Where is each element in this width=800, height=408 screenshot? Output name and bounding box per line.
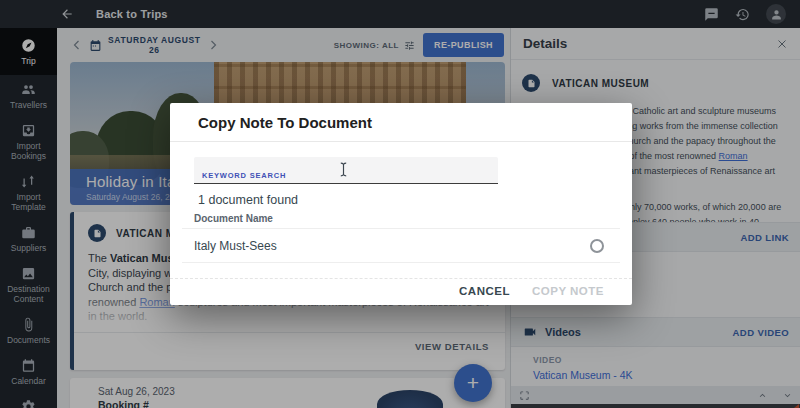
document-name: Italy Must-Sees bbox=[194, 239, 277, 253]
copy-note-modal: Copy Note To Document KEYWORD SEARCH 1 d… bbox=[170, 103, 632, 305]
row-divider bbox=[182, 262, 620, 263]
keyword-search-field[interactable]: KEYWORD SEARCH bbox=[194, 157, 498, 184]
radio-unchecked[interactable] bbox=[590, 239, 604, 253]
cancel-button[interactable]: CANCEL bbox=[459, 285, 510, 297]
modal-footer: CANCEL COPY NOTE bbox=[459, 285, 604, 297]
document-name-column-header: Document Name bbox=[194, 213, 273, 224]
keyword-search-label: KEYWORD SEARCH bbox=[202, 171, 286, 180]
modal-title: Copy Note To Document bbox=[170, 103, 632, 131]
modal-title-divider bbox=[170, 141, 632, 142]
app-window: Back to Trips Trip Travellers Import Boo… bbox=[0, 0, 800, 408]
results-count: 1 document found bbox=[198, 193, 298, 207]
copy-note-button[interactable]: COPY NOTE bbox=[532, 285, 604, 297]
document-row-italy-must-sees[interactable]: Italy Must-Sees bbox=[182, 229, 620, 262]
modal-footer-divider bbox=[170, 278, 632, 279]
